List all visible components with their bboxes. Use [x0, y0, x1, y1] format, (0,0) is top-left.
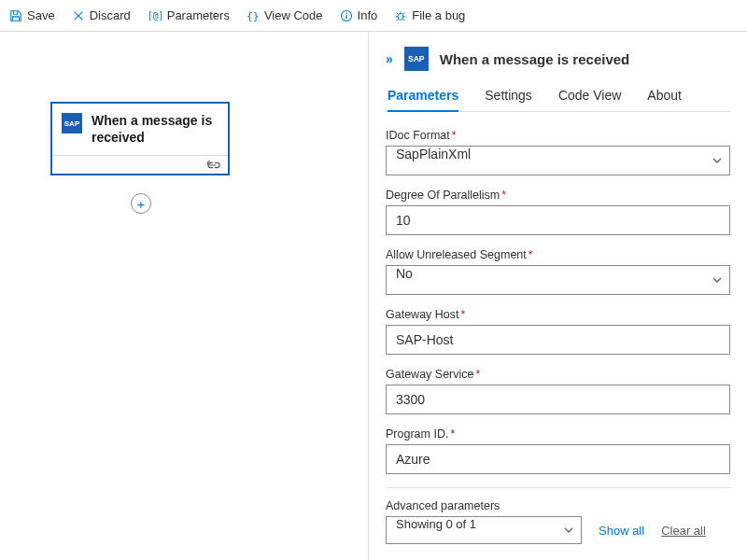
gateway-service-label: Gateway Service*	[386, 368, 730, 381]
svg-text:[@]: [@]	[148, 10, 162, 21]
trigger-card-title: When a message is received	[92, 113, 217, 146]
parallelism-label: Degree Of Parallelism*	[386, 189, 730, 202]
allow-unreleased-label: Allow Unreleased Segment*	[386, 248, 730, 261]
field-parallelism: Degree Of Parallelism*	[386, 189, 730, 235]
info-icon	[340, 9, 353, 22]
trigger-card-footer	[52, 155, 228, 174]
info-label: Info	[358, 8, 378, 22]
parameters-button[interactable]: [@] Parameters	[148, 8, 230, 22]
workspace: SAP When a message is received + » SAP W…	[0, 32, 747, 560]
field-idoc-format: IDoc Format* SapPlainXml	[386, 129, 730, 175]
program-id-label: Program ID.*	[386, 427, 730, 441]
trigger-card-header: SAP When a message is received	[52, 104, 228, 155]
svg-rect-4	[345, 15, 346, 19]
panel-title: When a message is received	[440, 51, 629, 67]
tab-code-view[interactable]: Code View	[558, 84, 621, 112]
designer-canvas[interactable]: SAP When a message is received +	[0, 32, 369, 560]
info-button[interactable]: Info	[340, 8, 378, 22]
sap-badge-icon: SAP	[62, 113, 82, 133]
panel-header: » SAP When a message is received	[386, 47, 730, 71]
tab-parameters[interactable]: Parameters	[388, 84, 458, 112]
idoc-format-select[interactable]: SapPlainXml	[386, 146, 730, 175]
save-label: Save	[27, 8, 55, 22]
parallelism-input[interactable]	[386, 205, 730, 235]
file-bug-button[interactable]: File a bug	[394, 8, 465, 22]
discard-button[interactable]: Discard	[72, 8, 131, 22]
link-icon	[207, 161, 220, 170]
close-icon	[72, 9, 85, 22]
panel-tabs: Parameters Settings Code View About	[386, 84, 730, 112]
save-icon	[9, 9, 22, 22]
collapse-panel-button[interactable]: »	[386, 51, 393, 66]
clear-all-link[interactable]: Clear all	[661, 524, 706, 538]
view-code-button[interactable]: {} View Code	[247, 8, 323, 22]
gateway-service-input[interactable]	[386, 385, 730, 414]
bug-icon	[394, 9, 407, 22]
add-step-button[interactable]: +	[131, 193, 151, 214]
program-id-input[interactable]	[386, 444, 730, 474]
view-code-label: View Code	[264, 8, 323, 22]
trigger-card[interactable]: SAP When a message is received	[50, 102, 230, 175]
svg-text:{}: {}	[247, 9, 260, 22]
field-allow-unreleased: Allow Unreleased Segment* No	[386, 248, 730, 295]
toolbar: Save Discard [@] Parameters {} View Code…	[0, 0, 747, 32]
parameters-icon: [@]	[148, 9, 162, 22]
discard-label: Discard	[90, 8, 131, 22]
field-gateway-service: Gateway Service*	[386, 368, 730, 414]
field-gateway-host: Gateway Host*	[386, 308, 730, 355]
tab-about[interactable]: About	[647, 84, 682, 112]
plus-icon: +	[137, 196, 146, 212]
svg-point-5	[398, 13, 403, 20]
parameters-label: Parameters	[167, 8, 230, 22]
gateway-host-label: Gateway Host*	[386, 308, 730, 321]
advanced-parameters-label: Advanced parameters	[386, 499, 730, 512]
properties-panel: » SAP When a message is received Paramet…	[369, 32, 747, 560]
sap-badge-icon: SAP	[404, 47, 429, 71]
gateway-host-input[interactable]	[386, 325, 730, 355]
advanced-parameters-select[interactable]: Showing 0 of 1	[386, 516, 582, 544]
braces-icon: {}	[247, 9, 260, 22]
allow-unreleased-select[interactable]: No	[386, 265, 730, 295]
advanced-parameters-section: Advanced parameters Showing 0 of 1 Show …	[386, 487, 730, 544]
svg-point-3	[345, 12, 347, 14]
field-program-id: Program ID.*	[386, 427, 730, 474]
idoc-format-label: IDoc Format*	[386, 129, 730, 142]
tab-settings[interactable]: Settings	[485, 84, 532, 112]
show-all-link[interactable]: Show all	[599, 524, 644, 538]
file-bug-label: File a bug	[412, 8, 465, 22]
save-button[interactable]: Save	[9, 8, 55, 22]
